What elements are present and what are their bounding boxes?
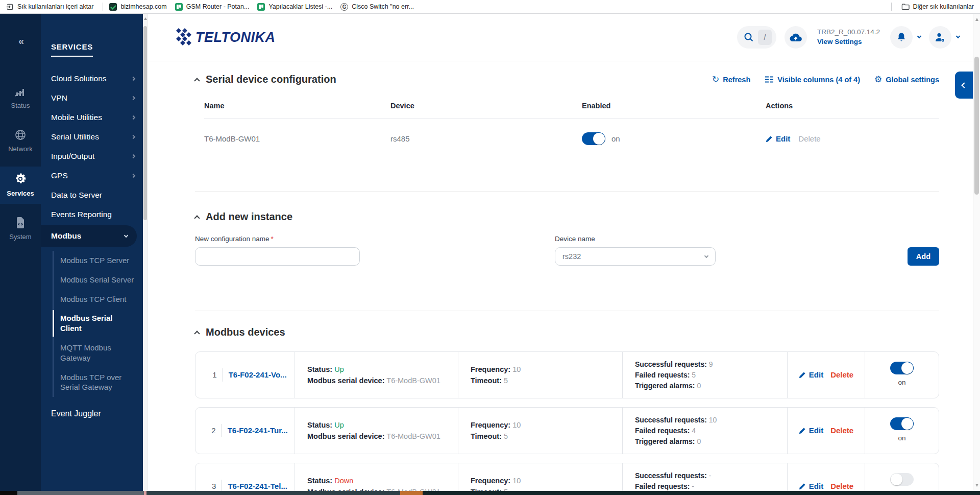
visible-columns-button[interactable]: Visible columns (4 of 4) [765, 76, 860, 84]
sidebar-item-data-to-server[interactable]: Data to Server [41, 185, 143, 205]
sidebar-item-event-juggler[interactable]: Event Juggler [41, 397, 143, 418]
view-settings-link[interactable]: View Settings [817, 37, 880, 47]
device-enabled-toggle[interactable] [890, 417, 914, 430]
chevron-right-icon [131, 115, 135, 120]
serial-device-value: T6-ModB-GW01 [386, 376, 440, 385]
teltonika-logo[interactable]: TELTONIKA [174, 28, 276, 47]
bookmark-import[interactable]: Sık kullanılanları içeri aktar [6, 3, 93, 11]
device-name-link[interactable]: T6-F02-241-Tel... [228, 480, 287, 491]
submenu-item-modbus-serial-client[interactable]: Modbus Serial Client [54, 309, 143, 338]
device-enabled-toggle[interactable] [890, 362, 914, 374]
divider [222, 424, 222, 437]
table-header-row: Name Device Enabled Actions [204, 102, 939, 119]
bookmark-todo-list[interactable]: Yapılacaklar Listesi -... [257, 3, 332, 11]
chevron-down-icon [124, 233, 128, 237]
global-settings-button[interactable]: ⚙ Global settings [874, 75, 939, 84]
columns-icon [765, 76, 774, 83]
rail-item-network[interactable]: Network [0, 123, 41, 159]
device-name-select[interactable]: rs232 [555, 247, 716, 266]
taskbar-sliver [0, 491, 980, 495]
screen: Sık kullanılanları içeri aktar bizimhesa… [0, 0, 980, 495]
collapse-chevron-icon [194, 331, 200, 336]
status-label: Status: [307, 421, 332, 429]
other-bookmarks-button[interactable]: Diğer sık kullanılanlar [901, 3, 974, 10]
sidebar-scrollbar-thumb[interactable] [143, 26, 147, 220]
edit-label: Edit [809, 425, 823, 436]
device-enabled-toggle[interactable] [890, 473, 914, 486]
scroll-up-arrow[interactable] [144, 17, 147, 20]
user-gear-icon [934, 32, 946, 43]
refresh-button[interactable]: ↻ Refresh [712, 75, 750, 84]
submenu-item-modbus-serial-server[interactable]: Modbus Serial Server [54, 270, 143, 290]
system-sim-icon [15, 217, 26, 229]
page-scrollbar[interactable] [973, 14, 980, 491]
modbus-devices-section: Modbus devices 1 T6-F02-241-Vo... Status… [195, 311, 939, 491]
sidebar-item-input-output[interactable]: Input/Output [41, 147, 143, 166]
cloud-rms-button[interactable] [785, 26, 807, 49]
user-menu-button[interactable] [929, 26, 951, 49]
device-number: 3 [212, 480, 216, 491]
select-chevron-icon [704, 253, 708, 257]
delete-button[interactable]: Delete [798, 134, 820, 143]
notifications-chevron-icon[interactable] [917, 34, 921, 38]
collapse-sidebar-button[interactable]: « [18, 35, 22, 47]
collapse-chevron-icon [194, 78, 200, 83]
device-name-link[interactable]: T6-F02-241-Vo... [229, 369, 287, 381]
edit-button[interactable]: Edit [766, 134, 790, 143]
rail-item-status[interactable]: Status [0, 81, 41, 116]
submenu-item-modbus-tcp-server[interactable]: Modbus TCP Server [54, 251, 143, 270]
bookmarks-bar: Sık kullanılanları içeri aktar bizimhesa… [0, 0, 980, 14]
edit-label: Edit [809, 480, 823, 491]
new-config-name-input[interactable] [195, 247, 360, 266]
notifications-button[interactable] [890, 26, 913, 49]
sidebar-item-serial-utilities[interactable]: Serial Utilities [41, 127, 143, 147]
sidebar-item-vpn[interactable]: VPN [41, 88, 143, 108]
page-scrollbar-thumb[interactable] [974, 57, 979, 195]
sidebar-item-gps[interactable]: GPS [41, 166, 143, 185]
sidebar-scrollbar[interactable] [143, 14, 148, 491]
device-name-link[interactable]: T6-F02-241-Tur... [228, 425, 288, 436]
failed-value: - [692, 482, 694, 490]
rail-label: Status [11, 102, 30, 109]
search-button[interactable]: / [737, 26, 776, 49]
delete-button[interactable]: Delete [830, 369, 853, 381]
serial-config-section-toggle[interactable]: Serial device configuration [195, 74, 336, 85]
rail-item-services[interactable]: Services [0, 167, 41, 204]
enabled-toggle[interactable] [582, 132, 605, 145]
scroll-up-arrow[interactable] [975, 18, 978, 21]
add-instance-section-toggle[interactable]: Add new instance [195, 211, 939, 223]
delete-button[interactable]: Delete [830, 480, 853, 491]
user-menu-chevron-icon[interactable] [956, 34, 960, 38]
sidebar-item-cloud-solutions[interactable]: Cloud Solutions [41, 69, 143, 88]
rail-label: Services [7, 190, 34, 197]
add-button[interactable]: Add [908, 247, 939, 266]
bookmark-bizimhesap[interactable]: bizimhesap.com [109, 3, 166, 11]
scroll-down-arrow[interactable] [975, 484, 978, 487]
modbus-devices-section-toggle[interactable]: Modbus devices [195, 326, 939, 338]
serial-device-label: Modbus serial device: [307, 432, 385, 440]
edit-button[interactable]: Edit [799, 480, 823, 491]
sidebar-item-modbus[interactable]: Modbus [41, 225, 137, 247]
success-value: 9 [709, 360, 713, 368]
failed-label: Failed requests: [635, 371, 690, 379]
taskbar-segment [146, 491, 400, 495]
serial-device-value: T6-ModB-GW01 [386, 432, 440, 440]
submenu-item-modbus-tcp-client[interactable]: Modbus TCP Client [54, 290, 143, 309]
bookmark-gsm-router[interactable]: GSM Router - Potan... [175, 3, 250, 11]
frequency-value: 10 [512, 421, 521, 429]
sidebar-item-mobile-utilities[interactable]: Mobile Utilities [41, 108, 143, 127]
rail-item-system[interactable]: System [0, 211, 41, 247]
edit-button[interactable]: Edit [799, 369, 823, 381]
frequency-value: 10 [512, 477, 521, 485]
trello-favicon [257, 3, 265, 11]
side-panel-toggle-tab[interactable] [955, 72, 973, 99]
submenu-item-modbus-tcp-over-serial-gateway[interactable]: Modbus TCP over Serial Gateway [54, 368, 143, 397]
delete-button[interactable]: Delete [830, 425, 853, 436]
bookmark-cisco[interactable]: G Cisco Switch "no err... [340, 3, 414, 11]
sidebar-item-label: VPN [51, 93, 67, 103]
sidebar-item-events-reporting[interactable]: Events Reporting [41, 205, 143, 224]
sidebar-item-label: Mobile Utilities [51, 113, 102, 122]
submenu-item-mqtt-modbus-gateway[interactable]: MQTT Modbus Gateway [54, 338, 143, 368]
success-label: Successful requests: [635, 472, 707, 480]
edit-button[interactable]: Edit [799, 425, 823, 436]
